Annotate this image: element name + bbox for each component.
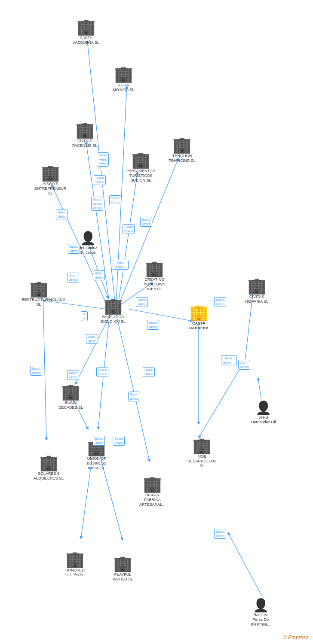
company-always-entrepreneur[interactable]: 🏢 ALWAYSENTREPRENEURSL xyxy=(34,165,67,195)
svg-line-13 xyxy=(43,296,46,440)
badge-socio-unico-5[interactable]: SocioÚnico xyxy=(140,217,152,227)
badge-socio-unico-1[interactable]: SocioÚnico xyxy=(94,175,106,185)
company-casta-vazquena[interactable]: 🏢 CASTA VAZQUEÑA SL xyxy=(69,19,103,45)
badge-socio-unico-8[interactable]: SocioÚnico xyxy=(30,366,42,376)
person-jesus-hernandez2[interactable]: 👤 JesusHernandez Gil xyxy=(251,401,276,425)
company-dispar-fabrica[interactable]: 🏢 DISPARFABRICAARTESANAL... xyxy=(139,477,166,507)
badge-io-co[interactable]: ioco xyxy=(81,311,88,321)
building-icon: 🏢 xyxy=(143,477,162,492)
svg-line-3 xyxy=(118,172,138,304)
company-casta-cabrera[interactable]: 🏢 CASTACABRERA xyxy=(189,305,209,331)
company-business-decades[interactable]: 🏢 BUSINDECADES SL xyxy=(58,384,83,410)
person-jesus-hernandez[interactable]: 👤 HernandezGil Jesus xyxy=(78,232,97,255)
badge-socio-unico-12[interactable]: SocioÚnico xyxy=(128,392,140,401)
company-label: DISPARFABRICAARTESANAL... xyxy=(139,493,166,507)
company-label: CASTACABRERA xyxy=(189,321,209,331)
company-label: BUSINDECADES SL xyxy=(58,401,83,410)
badge-socio-unico-13[interactable]: SocioÚnico xyxy=(93,436,105,446)
building-icon: 🏢 xyxy=(114,67,133,82)
badge-socio-unico-2[interactable]: SocioÚnico xyxy=(68,244,80,254)
badge-adm-unico-2[interactable]: Adm.Único,... xyxy=(113,260,129,270)
company-hundred-goles[interactable]: 🏢 HUNDREDGOLES SL xyxy=(65,552,85,577)
company-label: HUNDREDGOLES SL xyxy=(65,568,85,577)
person-ramirez-perez[interactable]: 👤 RamirezPerez DeInestrosa... xyxy=(251,599,270,626)
person-label: JesusHernandez Gil xyxy=(251,415,276,425)
building-icon: 🏢 xyxy=(41,165,60,181)
building-icon: 🏢 xyxy=(61,384,80,400)
company-label: PARTAMENTOSTURISTICOSBUBION SL xyxy=(126,169,155,182)
building-icon: 🏢 xyxy=(131,152,150,168)
badge-adm-unico-right-1[interactable]: Adm.Único,... xyxy=(221,355,237,365)
company-label: BAXAUGOSSIGLO XXI SL xyxy=(101,315,126,324)
company-label: ALWAYSENTREPRENEURSL xyxy=(34,182,67,195)
svg-line-20 xyxy=(258,378,261,399)
company-civitas-pacensis[interactable]: 🏢 CIVITASPACENSIS SL xyxy=(72,122,97,148)
building-icon: 🏢 xyxy=(65,552,85,567)
person-icon: 👤 xyxy=(255,401,271,414)
company-label: SOLARES 6ALQUILERES SL xyxy=(34,471,64,481)
company-label: CASTA VAZQUEÑA SL xyxy=(69,36,103,45)
badge-socio-unico-unico[interactable]: SocioÚnicoUnico xyxy=(91,197,103,211)
building-icon: 🏢 xyxy=(192,438,212,453)
company-mob-desarrollos[interactable]: 🏢 MOBDESARROLLOSSL xyxy=(187,438,217,468)
company-label: MOBDESARROLLOSSL xyxy=(187,454,217,468)
badge-socio-unico-11[interactable]: SocioÚnico xyxy=(143,367,155,377)
svg-line-8 xyxy=(129,309,193,321)
badge-socio-unico-4[interactable]: SocioÚnico xyxy=(123,224,135,234)
company-label: CIVITASPACENSIS SL xyxy=(72,139,97,148)
company-playful-world[interactable]: 🏢 PLAYFULWORLD SL xyxy=(113,556,133,582)
company-label: AGUAMOJADA SL xyxy=(113,83,135,92)
company-agua-mojada[interactable]: 🏢 AGUAMOJADA SL xyxy=(113,67,135,92)
badge-adm-unico-3[interactable]: Adm.Único xyxy=(93,270,105,280)
building-icon-highlighted: 🏢 xyxy=(189,305,209,320)
person-label: RamirezPerez DeInestrosa... xyxy=(251,613,270,626)
watermark: © Empresa xyxy=(283,635,309,641)
building-icon: 🏢 xyxy=(247,278,267,294)
building-icon: 🏢 xyxy=(104,298,123,314)
badge-socio-unico-6[interactable]: SocioÚnico xyxy=(136,297,148,307)
person-icon: 👤 xyxy=(253,599,269,612)
person-label: HernandezGil Jesus xyxy=(78,246,97,255)
company-restructuringland[interactable]: 🏢 RESTRUCTURINGLAND SL xyxy=(21,281,56,307)
company-label: CIVITASHISPANIA SL xyxy=(245,295,268,304)
badge-socio-unico-10[interactable]: SocioÚnico xyxy=(96,367,108,377)
company-through-financing[interactable]: 🏢 THROUGHFINANCING SL xyxy=(169,137,196,163)
company-label: THROUGHFINANCING SL xyxy=(169,154,196,163)
person-icon: 👤 xyxy=(80,232,96,245)
svg-line-19 xyxy=(199,360,245,438)
building-icon: 🏢 xyxy=(145,261,164,276)
watermark-text: © Empresa xyxy=(283,635,309,641)
badge-socio-unico-ramirez[interactable]: SocioÚnico xyxy=(214,529,226,539)
graph-container: 🏢 CASTA VAZQUEÑA SL 🏢 AGUAMOJADA SL 🏢 CI… xyxy=(0,0,313,644)
building-icon: 🏢 xyxy=(39,455,58,471)
building-icon: 🏢 xyxy=(77,19,96,35)
company-creating-your-own[interactable]: 🏢 CREATINGYOUR OWNIDEA SL xyxy=(144,261,166,291)
svg-line-21 xyxy=(228,532,262,597)
badge-socio-unico-7[interactable]: SocioÚnico xyxy=(147,320,159,330)
building-icon: 🏢 xyxy=(29,281,49,297)
company-partamentos[interactable]: 🏢 PARTAMENTOSTURISTICOSBUBION SL xyxy=(126,152,155,182)
company-label: RESTRUCTURINGLAND SL xyxy=(21,298,56,307)
svg-line-18 xyxy=(245,294,253,360)
company-label: UNION OFBUSINESSIDEAS SL xyxy=(87,456,107,470)
building-icon: 🏢 xyxy=(113,556,132,571)
badge-socio-unico-14[interactable]: SocioÚnico xyxy=(113,436,125,446)
svg-line-0 xyxy=(87,41,115,305)
badge-adm-unico-1[interactable]: Adm.Único xyxy=(56,210,68,219)
badge-socio-unico-3[interactable]: SocioÚnico xyxy=(109,195,121,205)
badge-socio-unico-civitas-hisp[interactable]: SocioÚnico xyxy=(214,297,226,307)
badge-adm-unico-5[interactable]: Adm.Único xyxy=(86,334,98,344)
company-baxaugos[interactable]: 🏢 BAXAUGOSSIGLO XXI SL xyxy=(101,298,126,324)
badge-socio-unico-9[interactable]: SocioÚnico xyxy=(67,370,79,380)
company-civitas-hispania[interactable]: 🏢 CIVITASHISPANIA SL xyxy=(245,278,268,304)
badge-adm-unico-4[interactable]: Adm.Único xyxy=(67,273,79,283)
badge-adm-unico-right-2[interactable]: Adm.Único xyxy=(238,360,250,370)
company-solares-6[interactable]: 🏢 SOLARES 6ALQUILERES SL xyxy=(34,455,64,481)
badge-socio-adm-unico-1[interactable]: SocioAdm.Único xyxy=(97,152,109,167)
building-icon: 🏢 xyxy=(172,137,192,153)
building-icon: 🏢 xyxy=(75,122,95,138)
company-label: CREATINGYOUR OWNIDEA SL xyxy=(144,277,166,291)
company-label: PLAYFULWORLD SL xyxy=(113,572,133,582)
